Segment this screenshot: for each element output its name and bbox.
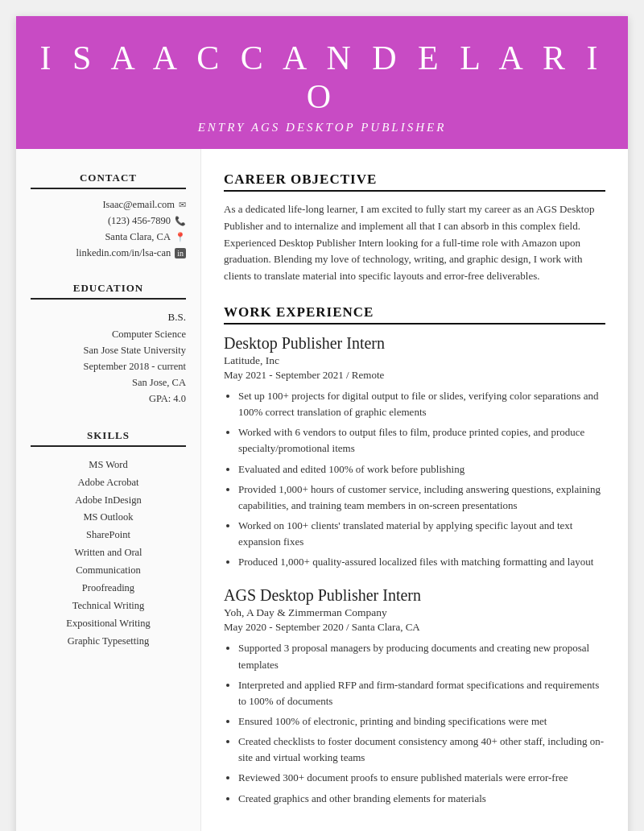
bullet-item: Created checklists to foster document co…	[238, 734, 605, 766]
education-dates: September 2018 - current	[31, 358, 186, 374]
skill-item: Graphic Typesetting	[31, 633, 186, 651]
sidebar: CONTACT Isaac@email.com ✉ (123) 456-7890…	[16, 149, 201, 831]
contact-item-phone: (123) 456-7890 📞	[31, 215, 186, 227]
work-entry: AGS Desktop Publisher InternYoh, A Day &…	[224, 586, 605, 806]
job-meta: May 2020 - September 2020 / Santa Clara,…	[224, 621, 605, 634]
linkedin-label: linkedin.com/in/lsa-can	[76, 247, 171, 259]
email-icon: ✉	[179, 200, 186, 210]
skill-item: Adobe Acrobat	[31, 474, 186, 492]
skills-list: MS WordAdobe AcrobatAdobe InDesignMS Out…	[31, 457, 186, 651]
skills-section-title: SKILLS	[31, 429, 186, 447]
work-section: Desktop Publisher InternLatitude, IncMay…	[224, 334, 605, 807]
resume-header: I S A A C C A N D E L A R I O ENTRY AGS …	[16, 16, 628, 149]
bullet-item: Produced 1,000+ quality-assured localize…	[238, 554, 605, 570]
contact-section: CONTACT Isaac@email.com ✉ (123) 456-7890…	[31, 172, 186, 259]
education-block: B.S. Computer Science San Jose State Uni…	[31, 309, 186, 407]
skill-item: SharePoint	[31, 527, 186, 544]
education-section: EDUCATION B.S. Computer Science San Jose…	[31, 282, 186, 407]
email-label: Isaac@email.com	[102, 199, 175, 211]
skill-item: Proofreading	[31, 580, 186, 597]
job-company: Latitude, Inc	[224, 354, 605, 367]
skill-item: Adobe InDesign	[31, 492, 186, 510]
contact-section-title: CONTACT	[31, 172, 186, 189]
skill-item: MS Word	[31, 457, 186, 474]
resume-body: CONTACT Isaac@email.com ✉ (123) 456-7890…	[16, 149, 628, 831]
bullet-item: Provided 1,000+ hours of customer servic…	[238, 482, 605, 514]
skill-item: Expositional Writing	[31, 615, 186, 633]
skill-item: Written and Oral	[31, 544, 186, 562]
work-entry: Desktop Publisher InternLatitude, IncMay…	[224, 334, 605, 570]
bullet-item: Worked with 6 vendors to output files to…	[238, 424, 605, 457]
job-title: Desktop Publisher Intern	[224, 334, 605, 353]
candidate-title: ENTRY AGS DESKTOP PUBLISHER	[32, 121, 612, 134]
education-field: Computer Science	[31, 326, 186, 342]
skill-item: Communication	[31, 562, 186, 580]
bullet-item: Interpreted and applied RFP and firm-sta…	[238, 677, 605, 709]
location-icon: 📍	[175, 232, 186, 242]
education-school: San Jose State University	[31, 342, 186, 358]
candidate-name: I S A A C C A N D E L A R I O	[32, 39, 612, 116]
career-objective-text: As a dedicated life-long learner, I am e…	[224, 201, 605, 285]
job-meta: May 2021 - September 2021 / Remote	[224, 369, 605, 382]
education-location: San Jose, CA	[31, 374, 186, 391]
bullet-item: Reviewed 300+ document proofs to ensure …	[238, 770, 605, 786]
skill-item: MS Outlook	[31, 509, 186, 527]
phone-icon: 📞	[175, 216, 186, 226]
phone-label: (123) 456-7890	[108, 215, 171, 227]
education-gpa: GPA: 4.0	[31, 391, 186, 407]
work-experience-title: WORK EXPERIENCE	[224, 304, 605, 325]
job-title: AGS Desktop Publisher Intern	[224, 586, 605, 605]
bullet-item: Created graphics and other branding elem…	[238, 791, 605, 807]
bullet-item: Ensured 100% of electronic, printing and…	[238, 713, 605, 730]
skill-item: Technical Writing	[31, 597, 186, 615]
contact-item-linkedin: linkedin.com/in/lsa-can in	[31, 247, 186, 259]
bullet-item: Evaluated and edited 100% of work before…	[238, 461, 605, 478]
education-degree: B.S.	[31, 309, 186, 326]
education-section-title: EDUCATION	[31, 282, 186, 300]
bullet-item: Set up 100+ projects for digital output …	[238, 388, 605, 420]
bullet-item: Supported 3 proposal managers by produci…	[238, 640, 605, 672]
career-objective-title: CAREER OBJECTIVE	[224, 172, 605, 192]
linkedin-icon: in	[175, 248, 186, 258]
job-bullets: Supported 3 proposal managers by produci…	[224, 640, 605, 806]
job-bullets: Set up 100+ projects for digital output …	[224, 388, 605, 570]
bullet-item: Worked on 100+ clients' translated mater…	[238, 518, 605, 550]
location-label: Santa Clara, CA	[105, 231, 171, 243]
contact-item-email: Isaac@email.com ✉	[31, 199, 186, 211]
job-company: Yoh, A Day & Zimmerman Company	[224, 606, 605, 619]
resume-container: I S A A C C A N D E L A R I O ENTRY AGS …	[16, 16, 628, 831]
contact-item-location: Santa Clara, CA 📍	[31, 231, 186, 243]
main-content: CAREER OBJECTIVE As a dedicated life-lon…	[201, 149, 628, 831]
skills-section: SKILLS MS WordAdobe AcrobatAdobe InDesig…	[31, 429, 186, 651]
